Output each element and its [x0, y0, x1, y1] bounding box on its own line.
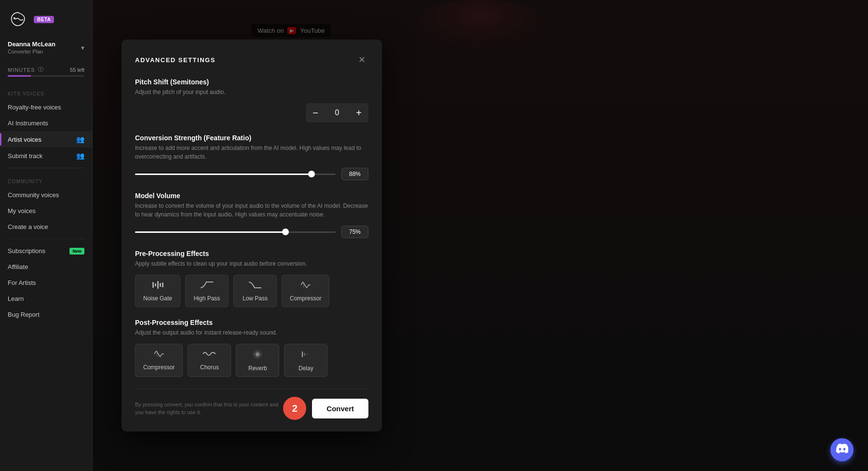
high-pass-icon [200, 280, 214, 292]
compressor-post-label: Compressor [143, 364, 175, 371]
reverb-button[interactable]: Reverb [236, 344, 279, 377]
minutes-section: MINUTES ⓘ 55 left [0, 61, 92, 84]
sidebar-item-my-voices[interactable]: My voices [0, 203, 92, 219]
noise-gate-icon [152, 280, 163, 292]
sidebar-divider-1 [8, 168, 84, 168]
convert-disclaimer: By pressing convert, you confirm that th… [135, 401, 280, 417]
sidebar-item-community-voices[interactable]: Community voices [0, 187, 92, 203]
svg-rect-4 [160, 283, 161, 287]
model-volume-slider-row: 75% [135, 226, 368, 238]
conversion-strength-section: Conversion Strength (Feature Ratio) Incr… [135, 134, 368, 180]
conversion-strength-desc: Increase to add more accent and articula… [135, 144, 368, 161]
beta-badge: BETA [34, 16, 54, 23]
info-icon: ⓘ [38, 66, 44, 73]
conversion-strength-track [135, 174, 336, 175]
noise-gate-button[interactable]: Noise Gate [135, 275, 180, 307]
conversion-strength-slider-container [135, 169, 336, 179]
user-plan: Converter Plan [8, 49, 55, 54]
community-label: COMMUNITY [0, 172, 92, 187]
modal-close-button[interactable]: ✕ [355, 53, 368, 67]
model-volume-fill [135, 231, 285, 233]
step-2-indicator: 2 [283, 397, 306, 420]
sidebar-item-learn[interactable]: Learn [0, 291, 92, 307]
convert-btn-area: 2 Convert [283, 397, 368, 420]
compressor-pre-icon [300, 280, 312, 292]
svg-rect-1 [152, 282, 154, 288]
chevron-down-icon: ▾ [81, 44, 84, 52]
sidebar-divider-2 [8, 239, 84, 239]
chorus-label: Chorus [200, 364, 219, 371]
add-voice-icon: 👥 [76, 135, 84, 143]
sidebar-item-create-voice[interactable]: Create a voice [0, 219, 92, 235]
pre-processing-title: Pre-Processing Effects [135, 250, 368, 257]
kits-voices-label: KITS VOICES [0, 84, 92, 99]
discord-button[interactable] [830, 438, 854, 461]
pre-processing-effects-grid: Noise Gate High Pass [135, 275, 368, 307]
sidebar-item-submit-track[interactable]: Submit track 👥 [0, 148, 92, 164]
discord-icon [836, 444, 848, 456]
sidebar-header: BETA [0, 0, 92, 36]
chorus-button[interactable]: Chorus [188, 344, 231, 377]
low-pass-button[interactable]: Low Pass [233, 275, 277, 307]
modal-title: ADVANCED SETTINGS [135, 56, 216, 64]
delay-label: Delay [298, 365, 313, 372]
reverb-label: Reverb [248, 365, 267, 372]
model-volume-slider-container [135, 227, 336, 237]
model-volume-value: 75% [341, 226, 368, 238]
model-volume-section: Model Volume Increase to convert the vol… [135, 192, 368, 238]
conversion-strength-slider-row: 88% [135, 168, 368, 180]
svg-rect-3 [157, 281, 159, 289]
sidebar-item-for-artists[interactable]: For Artists [0, 275, 92, 291]
post-processing-effects-grid: Compressor Chorus [135, 344, 368, 377]
pitch-shift-desc: Adjust the pitch of your input audio. [135, 88, 368, 96]
progress-fill [8, 75, 31, 77]
delay-button[interactable]: Delay [284, 344, 327, 377]
compressor-pre-label: Compressor [290, 295, 321, 302]
sidebar-item-ai-instruments[interactable]: AI Instruments [0, 115, 92, 131]
model-volume-track [135, 231, 336, 233]
pitch-shift-section: Pitch Shift (Semitones) Adjust the pitch… [135, 78, 368, 122]
chorus-icon [202, 349, 217, 361]
minutes-left: 55 left [70, 67, 84, 73]
svg-point-11 [257, 354, 258, 355]
post-processing-title: Post-Processing Effects [135, 319, 368, 326]
sidebar: BETA Deanna McLean Converter Plan ▾ MINU… [0, 0, 93, 471]
post-processing-section: Post-Processing Effects Adjust the outpu… [135, 319, 368, 377]
advanced-settings-modal: ADVANCED SETTINGS ✕ Pitch Shift (Semiton… [122, 40, 382, 431]
submit-icon: 👥 [76, 152, 84, 160]
high-pass-button[interactable]: High Pass [185, 275, 229, 307]
post-processing-desc: Adjust the output audio for instant rele… [135, 328, 368, 337]
sidebar-item-affiliate[interactable]: Affiliate [0, 259, 92, 275]
pitch-decrease-button[interactable]: − [306, 103, 325, 122]
user-name: Deanna McLean [8, 40, 55, 48]
sidebar-item-artist-voices[interactable]: Artist voices 👥 [0, 131, 92, 148]
low-pass-label: Low Pass [243, 295, 268, 302]
pitch-control: − 0 + [306, 103, 368, 122]
main-content: Watch on ▶ YouTube 1 ADVANCED SETTINGS ✕… [93, 0, 868, 471]
convert-area: By pressing convert, you confirm that th… [135, 389, 368, 420]
progress-bar [8, 75, 84, 77]
pitch-value: 0 [325, 108, 349, 117]
compressor-post-button[interactable]: Compressor [135, 344, 183, 377]
logo-icon [8, 9, 29, 30]
pitch-increase-button[interactable]: + [349, 103, 368, 122]
conversion-strength-fill [135, 174, 312, 175]
model-volume-desc: Increase to convert the volume of your i… [135, 202, 368, 219]
compressor-post-icon [153, 349, 165, 361]
noise-gate-label: Noise Gate [143, 295, 172, 302]
sidebar-item-royalty-free[interactable]: Royalty-free voices [0, 99, 92, 115]
low-pass-icon [248, 280, 262, 292]
conversion-strength-value: 88% [341, 168, 368, 180]
svg-rect-2 [155, 283, 156, 286]
sidebar-item-bug-report[interactable]: Bug Report [0, 307, 92, 323]
modal-overlay: 1 ADVANCED SETTINGS ✕ Pitch Shift (Semit… [93, 0, 868, 471]
new-badge: New [69, 248, 84, 255]
modal-header: ADVANCED SETTINGS ✕ [135, 53, 368, 67]
sidebar-item-subscriptions[interactable]: Subscriptions New [0, 243, 92, 259]
svg-point-0 [14, 17, 15, 19]
convert-button[interactable]: Convert [312, 399, 368, 418]
user-section[interactable]: Deanna McLean Converter Plan ▾ [0, 36, 92, 61]
model-volume-title: Model Volume [135, 192, 368, 200]
compressor-pre-button[interactable]: Compressor [282, 275, 329, 307]
minutes-label: MINUTES [8, 67, 35, 73]
